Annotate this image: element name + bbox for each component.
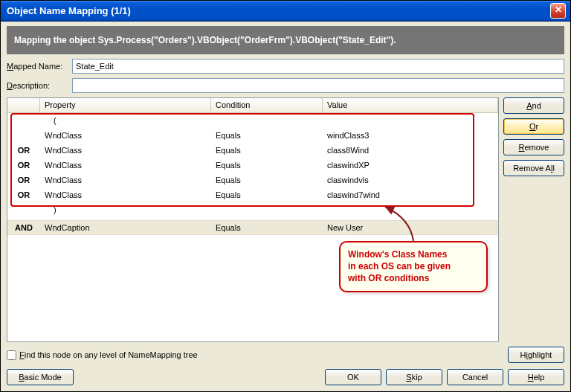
prop-cell: WndClass: [40, 189, 211, 201]
and-button[interactable]: And: [503, 97, 564, 114]
op-cell: AND: [7, 222, 40, 234]
callout-line: with OR conditions: [348, 272, 479, 284]
dialog-window: Object Name Mapping (1/1) ✕ Mapping the …: [0, 0, 571, 392]
header-condition[interactable]: Condition: [211, 98, 323, 112]
val-cell: windClass3: [323, 129, 498, 141]
close-icon[interactable]: ✕: [550, 3, 566, 19]
op-cell: [7, 134, 40, 137]
options-row: Find this node on any level of NameMappi…: [7, 347, 564, 363]
help-button[interactable]: Help: [508, 369, 564, 385]
table-row[interactable]: WndClass Equals windClass3: [7, 128, 498, 143]
op-cell: OR: [7, 159, 40, 171]
callout-line: in each OS can be given: [348, 260, 479, 272]
header-op: [7, 98, 40, 112]
cond-cell: Equals: [211, 222, 323, 234]
find-node-checkbox[interactable]: [7, 350, 16, 360]
prop-cell: WndClass: [40, 159, 211, 171]
header-value[interactable]: Value: [323, 98, 498, 112]
mapping-banner: Mapping the object Sys.Process("Orders")…: [7, 26, 564, 54]
mapped-name-label: Mapped Name:: [7, 62, 68, 71]
open-paren: (: [40, 115, 61, 126]
basic-mode-button[interactable]: Basic Mode: [7, 369, 74, 385]
mapped-name-input[interactable]: [72, 59, 564, 74]
table-row[interactable]: OR WndClass Equals claswindXP: [7, 158, 498, 173]
val-cell: claswindXP: [323, 159, 498, 171]
table-row[interactable]: OR WndClass Equals claswind7wind: [7, 187, 498, 202]
cond-cell: Equals: [211, 159, 323, 171]
mapped-name-row: Mapped Name:: [7, 59, 564, 74]
close-paren-row: ): [7, 202, 498, 217]
or-button[interactable]: Or: [503, 118, 564, 135]
op-cell: OR: [7, 189, 40, 201]
description-label: Description:: [7, 81, 68, 90]
val-cell: class8Wind: [323, 144, 498, 156]
cond-cell: Equals: [211, 174, 323, 186]
cond-cell: Equals: [211, 129, 323, 141]
val-cell: claswindvis: [323, 174, 498, 186]
annotation-callout: Window's Class Names in each OS can be g…: [339, 241, 488, 292]
mid-area: Property Condition Value ( WndClass Equa…: [7, 97, 564, 342]
prop-cell: WndClass: [40, 144, 211, 156]
grid-header: Property Condition Value: [7, 98, 498, 113]
table-row[interactable]: OR WndClass Equals claswindvis: [7, 173, 498, 187]
open-paren-row: (: [7, 113, 498, 128]
cond-cell: Equals: [211, 189, 323, 201]
titlebar: Object Name Mapping (1/1) ✕: [1, 1, 570, 22]
header-property[interactable]: Property: [40, 98, 211, 112]
op-cell: OR: [7, 174, 40, 186]
callout-line: Window's Class Names: [348, 248, 479, 260]
val-cell: New User: [323, 222, 498, 234]
cancel-button[interactable]: Cancel: [447, 369, 503, 385]
skip-button[interactable]: Skip: [386, 369, 442, 385]
client-area: Mapping the object Sys.Process("Orders")…: [1, 22, 570, 391]
side-buttons: And Or Remove Remove All: [503, 97, 564, 342]
prop-cell: WndClass: [40, 174, 211, 186]
table-row-and[interactable]: AND WndCaption Equals New User: [7, 220, 498, 235]
prop-cell: WndClass: [40, 129, 211, 141]
find-node-label: Find this node on any level of NameMappi…: [19, 350, 198, 359]
window-title: Object Name Mapping (1/1): [7, 5, 550, 16]
val-cell: claswind7wind: [323, 189, 498, 201]
close-paren: ): [40, 204, 61, 216]
op-cell: OR: [7, 144, 40, 156]
description-input[interactable]: [72, 78, 564, 93]
table-row[interactable]: OR WndClass Equals class8Wind: [7, 143, 498, 158]
remove-button[interactable]: Remove: [503, 139, 564, 155]
find-node-checkbox-wrap[interactable]: Find this node on any level of NameMappi…: [7, 350, 198, 360]
conditions-grid: Property Condition Value ( WndClass Equa…: [7, 97, 499, 342]
highlight-button[interactable]: Highlight: [508, 347, 564, 363]
dialog-buttons: Basic Mode OK Skip Cancel Help: [7, 369, 564, 385]
remove-all-button[interactable]: Remove All: [503, 160, 564, 176]
cond-cell: Equals: [211, 144, 323, 156]
grid-body: ( WndClass Equals windClass3 OR WndClass…: [7, 113, 498, 341]
description-row: Description:: [7, 78, 564, 93]
ok-button[interactable]: OK: [325, 369, 381, 385]
prop-cell: WndCaption: [40, 222, 211, 234]
